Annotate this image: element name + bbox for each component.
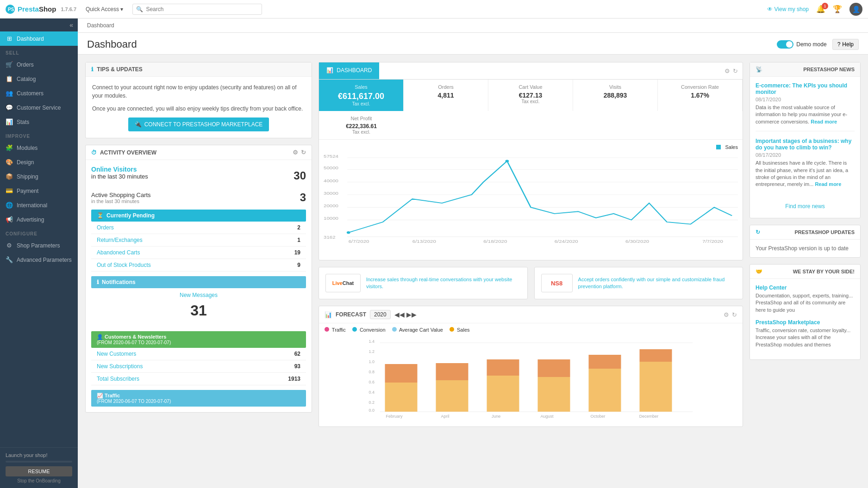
sidebar-item-advertising[interactable]: 📢 Advertising bbox=[0, 212, 78, 227]
sidebar-item-payment[interactable]: 💳 Payment bbox=[0, 184, 78, 198]
bar-jun-sales bbox=[487, 376, 519, 412]
online-visitors-link[interactable]: Online Visitors bbox=[91, 166, 137, 173]
new-subscriptions-row: New Subscriptions 93 bbox=[91, 360, 306, 373]
out-of-stock-link[interactable]: Out of Stock Products bbox=[97, 262, 151, 268]
online-visitors-row: Online Visitors in the last 30 minutes 3… bbox=[91, 166, 306, 185]
out-of-stock-count: 9 bbox=[297, 262, 300, 268]
ns8-ad-text[interactable]: Accept orders confidently with our simpl… bbox=[578, 276, 736, 290]
avg-cart-legend-item: Average Cart Value bbox=[392, 327, 443, 333]
resume-button[interactable]: RESUME bbox=[6, 466, 72, 476]
sidebar-item-advanced-parameters[interactable]: 🔧 Advanced Parameters bbox=[0, 253, 78, 267]
svg-text:6/7/2020: 6/7/2020 bbox=[349, 240, 369, 244]
user-avatar[interactable]: 👤 bbox=[849, 3, 862, 16]
notifications-icon[interactable]: 🔔 1 bbox=[816, 5, 825, 13]
refresh-icon[interactable]: ↻ bbox=[732, 311, 737, 318]
returns-link[interactable]: Return/Exchanges bbox=[97, 237, 143, 243]
shop-params-icon: ⚙ bbox=[6, 242, 13, 249]
tab-dashboard[interactable]: 📊 DASHBOARD bbox=[319, 62, 379, 79]
stop-onboarding-label[interactable]: Stop the OnBoarding bbox=[6, 478, 72, 483]
forecast-next-button[interactable]: ▶▶ bbox=[406, 311, 417, 318]
stat-visits[interactable]: Visits 288,893 bbox=[573, 80, 658, 111]
trophy-icon[interactable]: 🏆 bbox=[833, 5, 842, 13]
sidebar-item-international[interactable]: 🌐 International bbox=[0, 198, 78, 212]
bar-aug-sales bbox=[538, 377, 570, 412]
collapse-icon[interactable]: « bbox=[69, 21, 73, 29]
sidebar-toggle[interactable]: « bbox=[0, 19, 78, 31]
stay-by-side-card: 🤝 WE STAY BY YOUR SIDE! Help Center Docu… bbox=[749, 264, 861, 360]
sidebar-item-modules[interactable]: 🧩 Modules bbox=[0, 141, 78, 155]
total-subscribers-link[interactable]: Total Subscribers bbox=[97, 376, 139, 382]
sidebar-item-stats[interactable]: 📊 Stats bbox=[0, 115, 78, 129]
new-customers-link[interactable]: New Customers bbox=[97, 351, 136, 357]
svg-text:June: June bbox=[492, 414, 501, 419]
customer-service-icon: 💬 bbox=[6, 104, 13, 111]
stats-icon: 📊 bbox=[6, 118, 13, 125]
demo-mode-toggle[interactable] bbox=[777, 40, 793, 49]
sidebar-item-label: International bbox=[17, 202, 47, 209]
stat-net-profit[interactable]: Net Profit €222,336.61 Tax excl. bbox=[319, 111, 404, 139]
news-item-2: Important stages of a business: why do y… bbox=[756, 138, 855, 194]
search-input[interactable] bbox=[132, 4, 262, 15]
prestashop-updates-card: ↻ PRESTASHOP UPDATES Your PrestaShop ver… bbox=[749, 225, 861, 258]
gear-icon[interactable]: ⚙ bbox=[293, 149, 298, 156]
prestashop-news-card: 📡 PRESTASHOP NEWS E-commerce: The KPIs y… bbox=[749, 62, 861, 218]
new-subscriptions-link[interactable]: New Subscriptions bbox=[97, 363, 143, 370]
news-item-1-read-more[interactable]: Read more bbox=[811, 119, 837, 124]
tips-card-header: ℹ TIPS & UPDATES bbox=[86, 62, 312, 77]
stat-cart-value[interactable]: Cart Value €127.13 Tax excl. bbox=[488, 80, 573, 111]
help-center-link[interactable]: Help Center bbox=[756, 284, 855, 291]
bar-dec-sales bbox=[640, 362, 672, 412]
news-item-2-link[interactable]: Important stages of a business: why do y… bbox=[756, 138, 855, 151]
sidebar-item-catalog[interactable]: 📋 Catalog bbox=[0, 72, 78, 86]
sidebar-item-label: Design bbox=[17, 159, 34, 166]
traffic-date-range: (FROM 2020-06-07 TO 2020-07-07) bbox=[97, 399, 300, 404]
catalog-icon: 📋 bbox=[6, 75, 13, 82]
connect-to-marketplace-button[interactable]: 🔌 CONNECT TO PRESTASHOP MARKETPLACE bbox=[128, 117, 269, 131]
refresh-icon[interactable]: ↻ bbox=[301, 149, 306, 156]
new-messages-link[interactable]: New Messages bbox=[97, 292, 300, 298]
active-carts-link[interactable]: Active Shopping Carts bbox=[91, 191, 151, 198]
bar-apr-sales bbox=[436, 380, 468, 412]
sidebar-item-orders[interactable]: 🛒 Orders bbox=[0, 57, 78, 72]
middle-column: 📊 DASHBOARD ⚙ ↻ Sales €611,617.00 Tax ex… bbox=[318, 62, 743, 427]
avg-cart-legend-dot bbox=[392, 327, 397, 332]
help-center-item: Help Center Documentation, support, expe… bbox=[756, 284, 855, 314]
quick-access-menu[interactable]: Quick Access ▾ bbox=[82, 6, 127, 12]
gear-icon[interactable]: ⚙ bbox=[724, 68, 730, 74]
sidebar-item-shop-parameters[interactable]: ⚙ Shop Parameters bbox=[0, 238, 78, 253]
news-item-2-read-more[interactable]: Read more bbox=[815, 181, 841, 187]
sidebar-item-design[interactable]: 🎨 Design bbox=[0, 155, 78, 169]
stat-orders[interactable]: Orders 4,811 bbox=[404, 80, 488, 111]
news-item-1-link[interactable]: E-commerce: The KPIs you should monitor bbox=[756, 82, 855, 95]
stat-conversion[interactable]: Conversion Rate 1.67% bbox=[658, 80, 743, 111]
orders-count: 2 bbox=[297, 224, 300, 231]
refresh-icon[interactable]: ↻ bbox=[733, 68, 738, 74]
view-my-shop-link[interactable]: 👁 View my shop bbox=[767, 6, 809, 12]
abandoned-carts-link[interactable]: Abandoned Carts bbox=[97, 249, 140, 256]
svg-text:1.0: 1.0 bbox=[369, 359, 375, 364]
livechat-ad-text[interactable]: Increase sales through real-time convers… bbox=[366, 276, 521, 290]
sidebar-item-customer-service[interactable]: 💬 Customer Service bbox=[0, 100, 78, 115]
gear-icon[interactable]: ⚙ bbox=[724, 311, 729, 318]
help-label: Help bbox=[842, 41, 854, 48]
sidebar-item-shipping[interactable]: 📦 Shipping bbox=[0, 169, 78, 184]
stat-sales[interactable]: Sales €611,617.00 Tax excl. bbox=[319, 80, 404, 111]
ad-banners-row: LiveChat Increase sales through real-tim… bbox=[318, 267, 743, 299]
sidebar-item-customers[interactable]: 👥 Customers bbox=[0, 86, 78, 100]
sales-forecast-legend-dot bbox=[450, 327, 454, 332]
logo-text: PrestaShop bbox=[18, 5, 56, 13]
find-more-news-link[interactable]: Find more news bbox=[756, 200, 855, 212]
forecast-prev-button[interactable]: ◀◀ bbox=[394, 311, 405, 318]
help-button[interactable]: ? Help bbox=[832, 39, 859, 50]
sidebar-item-dashboard[interactable]: ⊞ Dashboard bbox=[0, 31, 78, 46]
orders-link[interactable]: Orders bbox=[97, 224, 114, 231]
svg-text:0.0: 0.0 bbox=[369, 408, 375, 413]
marketplace-link[interactable]: PrestaShop Marketplace bbox=[756, 319, 855, 326]
pending-out-of-stock-row: Out of Stock Products 9 bbox=[91, 259, 306, 272]
demo-mode-label: Demo mode bbox=[796, 41, 826, 48]
svg-text:April: April bbox=[441, 414, 449, 419]
orders-value: 4,811 bbox=[410, 92, 481, 99]
svg-text:PS: PS bbox=[8, 7, 14, 12]
notifications-header: ℹ Notifications bbox=[91, 276, 306, 288]
svg-text:6/13/2020: 6/13/2020 bbox=[412, 240, 437, 244]
